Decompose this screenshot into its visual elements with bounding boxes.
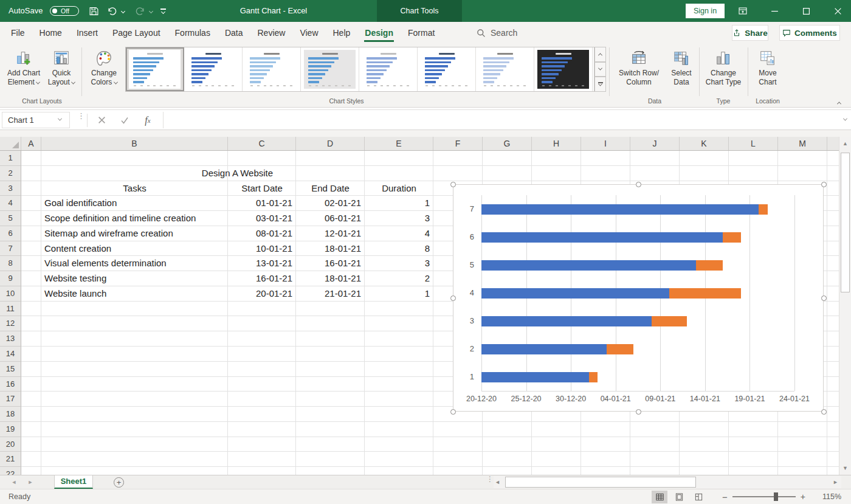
cell-B3[interactable]: Tasks bbox=[41, 181, 228, 196]
cell-C9[interactable]: 16-01-21 bbox=[228, 271, 292, 286]
row-header-4[interactable]: 4 bbox=[0, 196, 21, 211]
cell-B4[interactable]: Goal identification bbox=[44, 196, 117, 211]
row-header-12[interactable]: 12 bbox=[0, 316, 21, 331]
column-header-C[interactable]: C bbox=[228, 137, 296, 150]
cell-E7[interactable]: 8 bbox=[365, 241, 430, 257]
scroll-up-icon[interactable]: ▲ bbox=[839, 140, 851, 147]
cell-C5[interactable]: 03-01-21 bbox=[228, 211, 292, 226]
row-header-6[interactable]: 6 bbox=[0, 226, 21, 241]
redo-dropdown-icon[interactable] bbox=[147, 0, 154, 22]
ribbon-display-options-icon[interactable] bbox=[729, 0, 756, 22]
chart-selection-handle[interactable] bbox=[821, 182, 827, 187]
redo-icon[interactable] bbox=[133, 0, 147, 22]
sheet-next-icon[interactable]: ► bbox=[26, 475, 35, 489]
chart-bar-start-1[interactable] bbox=[481, 372, 589, 382]
gallery-scroll-down-icon[interactable] bbox=[594, 62, 606, 77]
chart-tools-context-tab[interactable]: Chart Tools bbox=[377, 0, 462, 22]
add-chart-element-button[interactable]: Add ChartElement bbox=[5, 45, 43, 95]
cell-B8[interactable]: Visual elements determination bbox=[44, 256, 167, 271]
cell-E6[interactable]: 4 bbox=[365, 226, 430, 241]
new-sheet-button[interactable]: + bbox=[114, 477, 124, 488]
chart-style-thumb-5[interactable] bbox=[359, 47, 418, 91]
cell-B2[interactable]: Design A Website bbox=[41, 166, 433, 181]
column-header-G[interactable]: G bbox=[483, 137, 532, 150]
enter-icon[interactable] bbox=[115, 112, 134, 128]
cell-D7[interactable]: 18-01-21 bbox=[296, 241, 361, 257]
row-header-13[interactable]: 13 bbox=[0, 331, 21, 347]
chart-bar-duration-6[interactable] bbox=[723, 232, 740, 243]
cell-C4[interactable]: 01-01-21 bbox=[228, 196, 292, 211]
tab-help[interactable]: Help bbox=[326, 22, 358, 44]
column-header-K[interactable]: K bbox=[680, 137, 729, 150]
hscroll-grip[interactable]: ⋮ bbox=[486, 478, 490, 481]
horizontal-scrollbar[interactable]: ◄ ► bbox=[494, 476, 841, 488]
cell-D4[interactable]: 02-01-21 bbox=[296, 196, 361, 211]
cell-D9[interactable]: 18-01-21 bbox=[296, 271, 361, 286]
cell-B9[interactable]: Website testing bbox=[44, 271, 106, 286]
autosave-toggle[interactable]: Off bbox=[50, 6, 79, 16]
column-header-H[interactable]: H bbox=[532, 137, 581, 150]
column-header-B[interactable]: B bbox=[41, 137, 228, 150]
row-header-3[interactable]: 3 bbox=[0, 181, 21, 196]
quick-layout-button[interactable]: QuickLayout bbox=[44, 45, 79, 95]
tab-home[interactable]: Home bbox=[32, 22, 69, 44]
chart-selection-handle[interactable] bbox=[450, 295, 456, 301]
chart-bar-duration-3[interactable] bbox=[652, 316, 687, 326]
save-icon[interactable] bbox=[85, 0, 102, 22]
move-chart-button[interactable]: MoveChart bbox=[750, 45, 785, 95]
chart-style-thumb-6[interactable] bbox=[418, 47, 476, 91]
gallery-scroll-up-icon[interactable] bbox=[594, 47, 606, 62]
chart-bar-duration-1[interactable] bbox=[589, 372, 598, 382]
cell-E10[interactable]: 1 bbox=[365, 286, 430, 302]
formula-bar-grip[interactable]: ⋮ bbox=[77, 114, 81, 118]
cell-B7[interactable]: Content creation bbox=[44, 241, 111, 257]
cell-D5[interactable]: 06-01-21 bbox=[296, 211, 361, 226]
column-header-J[interactable]: J bbox=[630, 137, 680, 150]
chart-bar-start-2[interactable] bbox=[481, 344, 607, 354]
row-header-20[interactable]: 20 bbox=[0, 437, 21, 452]
column-header-I[interactable]: I bbox=[581, 137, 630, 150]
row-header-1[interactable]: 1 bbox=[0, 151, 21, 166]
cell-C8[interactable]: 13-01-21 bbox=[228, 256, 292, 271]
sheet-prev-icon[interactable]: ◄ bbox=[10, 475, 18, 489]
cell-C10[interactable]: 20-01-21 bbox=[228, 286, 292, 302]
zoom-out-icon[interactable]: − bbox=[722, 492, 728, 502]
vertical-scroll-thumb[interactable] bbox=[841, 153, 850, 292]
cell-C6[interactable]: 08-01-21 bbox=[228, 226, 292, 241]
row-header-17[interactable]: 17 bbox=[0, 392, 21, 407]
zoom-slider-thumb[interactable] bbox=[774, 492, 778, 501]
change-colors-button[interactable]: ChangeColors bbox=[85, 45, 123, 95]
scroll-down-icon[interactable]: ▼ bbox=[839, 465, 851, 471]
cell-D6[interactable]: 12-01-21 bbox=[296, 226, 361, 241]
chart-style-thumb-1[interactable] bbox=[126, 47, 184, 91]
chart-bar-duration-7[interactable] bbox=[759, 204, 768, 215]
row-header-19[interactable]: 19 bbox=[0, 422, 21, 437]
chart-style-thumb-2[interactable] bbox=[184, 47, 243, 91]
close-button[interactable] bbox=[824, 0, 851, 22]
tab-review[interactable]: Review bbox=[250, 22, 293, 44]
minimize-button[interactable] bbox=[761, 0, 788, 22]
tab-design[interactable]: Design bbox=[357, 22, 401, 44]
chart-bar-start-6[interactable] bbox=[481, 232, 723, 243]
page-break-view-icon[interactable] bbox=[691, 491, 706, 503]
cell-C7[interactable]: 10-01-21 bbox=[228, 241, 292, 257]
chart-style-thumb-8[interactable] bbox=[534, 47, 593, 91]
chart-selection-handle[interactable] bbox=[821, 409, 827, 415]
chart-bar-start-7[interactable] bbox=[481, 204, 759, 215]
row-header-21[interactable]: 21 bbox=[0, 452, 21, 467]
row-header-11[interactable]: 11 bbox=[0, 302, 21, 317]
horizontal-scroll-thumb[interactable] bbox=[505, 477, 696, 488]
chart-bar-start-4[interactable] bbox=[481, 288, 669, 299]
change-chart-type-button[interactable]: ChangeChart Type bbox=[701, 45, 745, 95]
collapse-ribbon-icon[interactable] bbox=[838, 96, 841, 107]
chart-style-thumb-4[interactable] bbox=[301, 47, 359, 91]
chart-bar-duration-5[interactable] bbox=[696, 260, 723, 271]
column-header-E[interactable]: E bbox=[365, 137, 433, 150]
customize-qat-icon[interactable] bbox=[158, 0, 168, 22]
row-header-10[interactable]: 10 bbox=[0, 286, 21, 302]
formula-input[interactable] bbox=[163, 112, 840, 128]
row-header-5[interactable]: 5 bbox=[0, 211, 21, 226]
normal-view-icon[interactable] bbox=[652, 491, 667, 503]
undo-dropdown-icon[interactable] bbox=[119, 0, 126, 22]
chart-style-thumb-3[interactable] bbox=[243, 47, 301, 91]
